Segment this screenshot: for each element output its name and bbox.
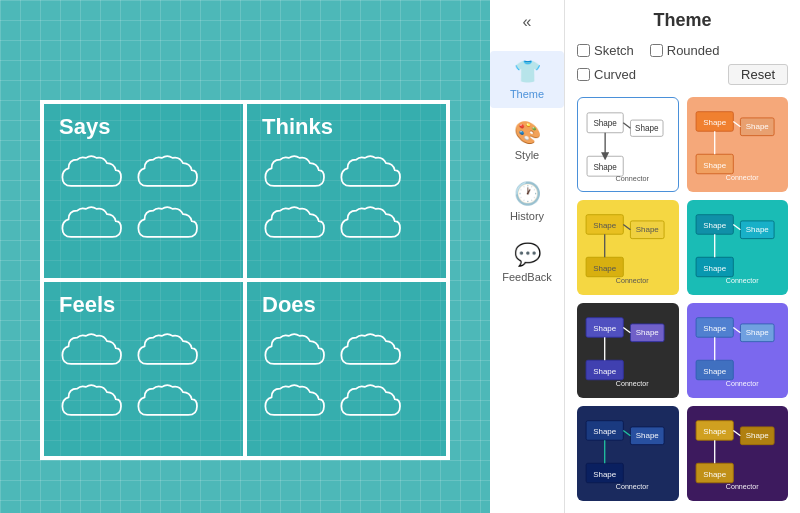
svg-text:Connector: Connector [725, 277, 758, 285]
sketch-checkbox[interactable] [577, 44, 590, 57]
theme-card-dark[interactable]: Shape Shape Shape Connector [577, 303, 679, 398]
quadrant-does: Does [245, 280, 448, 458]
svg-text:Connector: Connector [616, 380, 649, 388]
svg-text:Shape: Shape [593, 470, 617, 479]
svg-text:Connector: Connector [616, 277, 649, 285]
svg-text:Shape: Shape [593, 221, 617, 230]
sidebar: « 👕 Theme 🎨 Style 🕐 History 💬 FeedBack [490, 0, 565, 513]
svg-text:Shape: Shape [593, 163, 617, 172]
curved-label: Curved [594, 67, 636, 82]
cloud [134, 203, 204, 248]
feedback-icon: 💬 [514, 242, 541, 268]
cloud [134, 381, 204, 426]
clouds-thinks [257, 148, 436, 252]
quadrant-does-title: Does [257, 292, 316, 318]
svg-line-70 [733, 430, 740, 435]
clouds-feels [54, 326, 233, 430]
theme-card-teal[interactable]: Shape Shape Shape Connector [687, 200, 789, 295]
sidebar-item-feedback-label: FeedBack [502, 271, 552, 283]
rounded-checkbox-label[interactable]: Rounded [650, 43, 720, 58]
collapse-button[interactable]: « [509, 8, 545, 36]
cloud [337, 330, 407, 375]
clouds-says [54, 148, 233, 252]
cloud [58, 381, 128, 426]
curved-checkbox[interactable] [577, 68, 590, 81]
rounded-checkbox[interactable] [650, 44, 663, 57]
svg-text:Shape: Shape [636, 225, 660, 234]
quadrant-feels: Feels [42, 280, 245, 458]
svg-text:Shape: Shape [636, 328, 660, 337]
clouds-does [257, 326, 436, 430]
cloud [58, 203, 128, 248]
quadrant-thinks-title: Thinks [257, 114, 333, 140]
rounded-label: Rounded [667, 43, 720, 58]
svg-text:Shape: Shape [593, 264, 617, 273]
cloud [337, 203, 407, 248]
panel-title: Theme [577, 10, 788, 31]
cloud [58, 330, 128, 375]
sketch-label: Sketch [594, 43, 634, 58]
curved-checkbox-label[interactable]: Curved [577, 67, 636, 82]
sidebar-item-history[interactable]: 🕐 History [490, 173, 564, 230]
theme-card-orange[interactable]: Shape Shape Shape Connector [687, 97, 789, 192]
svg-line-52 [733, 327, 740, 332]
theme-icon: 👕 [514, 59, 541, 85]
sidebar-item-theme-label: Theme [510, 88, 544, 100]
quadrant-says-title: Says [54, 114, 110, 140]
canvas: Says Thinks [0, 0, 490, 513]
svg-line-25 [623, 224, 630, 229]
theme-card-darkpurple[interactable]: Shape Shape Shape Connector [687, 406, 789, 501]
svg-text:Shape: Shape [745, 431, 769, 440]
cloud [134, 152, 204, 197]
svg-text:Shape: Shape [703, 221, 727, 230]
cloud [337, 152, 407, 197]
svg-text:Shape: Shape [703, 367, 727, 376]
checkboxes-row-1: Sketch Rounded [577, 43, 788, 58]
svg-text:Shape: Shape [703, 161, 727, 170]
svg-text:Shape: Shape [635, 124, 659, 133]
sidebar-item-feedback[interactable]: 💬 FeedBack [490, 234, 564, 291]
svg-text:Shape: Shape [703, 118, 727, 127]
svg-text:Shape: Shape [745, 122, 769, 131]
svg-line-34 [733, 224, 740, 229]
svg-text:Connector: Connector [725, 174, 758, 182]
svg-text:Shape: Shape [593, 119, 617, 128]
svg-text:Connector: Connector [725, 380, 758, 388]
theme-card-yellow[interactable]: Shape Shape Shape Connector [577, 200, 679, 295]
sidebar-item-theme[interactable]: 👕 Theme [490, 51, 564, 108]
cloud [261, 203, 331, 248]
svg-line-16 [733, 121, 740, 126]
svg-text:Shape: Shape [745, 225, 769, 234]
quadrant-thinks: Thinks [245, 102, 448, 280]
sidebar-item-history-label: History [510, 210, 544, 222]
theme-card-default[interactable]: Shape Shape Shape Connector [577, 97, 679, 192]
svg-text:Shape: Shape [703, 264, 727, 273]
reset-button[interactable]: Reset [728, 64, 788, 85]
cloud [261, 381, 331, 426]
svg-text:Connector: Connector [616, 174, 650, 183]
svg-text:Shape: Shape [745, 328, 769, 337]
cloud [261, 152, 331, 197]
theme-card-purple[interactable]: Shape Shape Shape Connector [687, 303, 789, 398]
cloud [337, 381, 407, 426]
svg-text:Shape: Shape [593, 367, 617, 376]
svg-line-61 [623, 430, 630, 435]
svg-line-43 [623, 327, 630, 332]
cloud [134, 330, 204, 375]
svg-text:Connector: Connector [616, 483, 649, 491]
svg-text:Connector: Connector [725, 483, 758, 491]
sketch-checkbox-label[interactable]: Sketch [577, 43, 634, 58]
style-icon: 🎨 [514, 120, 541, 146]
cloud [58, 152, 128, 197]
svg-text:Shape: Shape [593, 427, 617, 436]
theme-card-navy[interactable]: Shape Shape Shape Connector [577, 406, 679, 501]
checkboxes-row-2: Curved Reset [577, 64, 788, 85]
quadrant-says: Says [42, 102, 245, 280]
history-icon: 🕐 [514, 181, 541, 207]
sidebar-item-style[interactable]: 🎨 Style [490, 112, 564, 169]
svg-text:Shape: Shape [703, 470, 727, 479]
empathy-map: Says Thinks [40, 100, 450, 460]
theme-panel: Theme Sketch Rounded Curved Reset Shape … [565, 0, 800, 513]
themes-grid: Shape Shape Shape Connector Shape Shape … [577, 97, 788, 501]
svg-line-7 [623, 123, 630, 128]
